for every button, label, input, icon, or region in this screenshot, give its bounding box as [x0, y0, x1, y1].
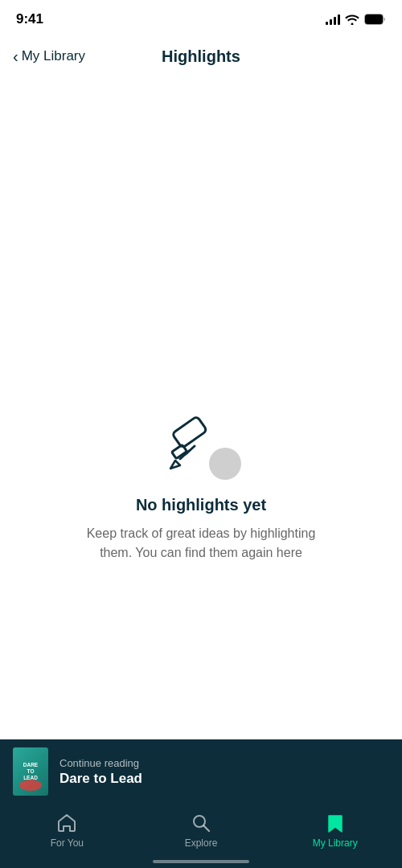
- svg-rect-2: [172, 416, 207, 448]
- signal-icon: [326, 14, 340, 25]
- battery-icon: [364, 14, 386, 25]
- status-icons: [326, 14, 386, 25]
- svg-rect-3: [172, 444, 187, 458]
- main-content: No highlights yet Keep track of great id…: [0, 77, 402, 755]
- continue-reading-label: Continue reading: [59, 757, 389, 769]
- highlight-icon-container: [161, 416, 241, 480]
- book-cover-decoration: [19, 780, 42, 791]
- page-title: Highlights: [162, 47, 240, 66]
- back-button[interactable]: ‹ My Library: [13, 48, 85, 64]
- wifi-icon: [345, 14, 359, 25]
- gray-circle-decoration: [209, 448, 241, 480]
- status-bar: 9:41: [0, 0, 402, 35]
- tab-for-you[interactable]: For You: [0, 812, 134, 849]
- tab-for-you-label: For You: [51, 837, 84, 849]
- tab-my-library-label: My Library: [313, 837, 358, 849]
- tab-my-library[interactable]: My Library: [268, 812, 402, 849]
- empty-state: No highlights yet Keep track of great id…: [72, 416, 330, 563]
- continue-reading-book-title: Dare to Lead: [59, 771, 389, 787]
- continue-info: Continue reading Dare to Lead: [59, 757, 389, 787]
- home-icon: [55, 812, 78, 834]
- svg-rect-1: [365, 14, 383, 24]
- book-cover: DARETOLEAD: [13, 747, 48, 796]
- tab-explore-label: Explore: [185, 837, 218, 849]
- nav-header: ‹ My Library Highlights: [0, 35, 402, 77]
- back-chevron-icon: ‹: [13, 48, 18, 64]
- continue-reading-banner[interactable]: DARETOLEAD Continue reading Dare to Lead: [0, 739, 402, 804]
- tab-bar: For You Explore My Library: [0, 804, 402, 868]
- empty-state-title: No highlights yet: [136, 496, 266, 514]
- status-time: 9:41: [16, 11, 43, 27]
- home-indicator: [153, 860, 249, 863]
- back-label: My Library: [22, 48, 85, 64]
- book-cover-title: DARETOLEAD: [23, 762, 38, 780]
- empty-state-subtitle: Keep track of great ideas by highlightin…: [72, 524, 330, 563]
- bookmark-icon: [324, 812, 347, 834]
- tab-explore[interactable]: Explore: [134, 812, 269, 849]
- search-icon: [190, 812, 212, 834]
- svg-line-7: [204, 826, 210, 832]
